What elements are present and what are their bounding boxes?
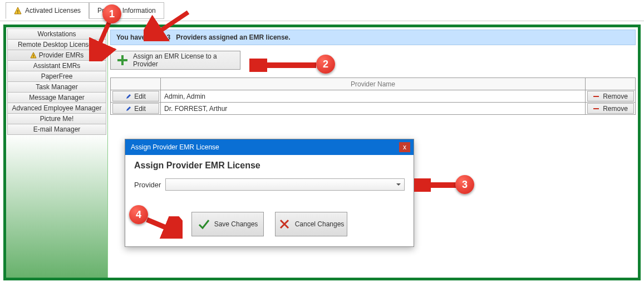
svg-rect-6 bbox=[593, 96, 599, 97]
sidebar-item-paperfree[interactable]: PaperFree bbox=[7, 71, 106, 82]
table-row: Edit Admin, Admin Remove bbox=[111, 90, 636, 103]
sidebar-item-task-manager[interactable]: Task Manager bbox=[7, 81, 106, 93]
sidebar-item-message-manager[interactable]: Message Manager bbox=[7, 92, 106, 103]
close-icon: x bbox=[403, 143, 406, 151]
banner-suffix: Providers assigned an EMR license. bbox=[176, 33, 290, 41]
col-remove bbox=[586, 78, 636, 90]
col-provider-name: Provider Name bbox=[161, 78, 586, 90]
provider-name-cell: Admin, Admin bbox=[161, 90, 586, 103]
svg-rect-5 bbox=[117, 59, 127, 61]
tab-product-info[interactable]: Product Information bbox=[89, 2, 164, 19]
banner-count: 2 bbox=[149, 33, 153, 41]
top-tabs: ! Activated Licenses Product Information bbox=[0, 0, 644, 21]
edit-icon bbox=[125, 105, 131, 112]
edit-button[interactable]: Edit bbox=[112, 91, 159, 101]
col-edit bbox=[111, 78, 161, 90]
save-changes-button[interactable]: Save Changes bbox=[191, 212, 264, 236]
remove-button[interactable]: Remove bbox=[587, 103, 634, 114]
warning-icon: ! bbox=[30, 52, 37, 59]
provider-label: Provider bbox=[134, 181, 161, 189]
sidebar-item-email-manager[interactable]: E-mail Manager bbox=[7, 124, 106, 135]
sidebar-item-adv-emp-manager[interactable]: Advanced Employee Manager bbox=[7, 103, 106, 114]
main-content: You have 2 of 3 Providers assigned an EM… bbox=[110, 30, 636, 278]
assign-button-label: Assign an EMR License to a Provider bbox=[133, 52, 234, 68]
plus-icon bbox=[116, 54, 129, 66]
sidebar-item-remote-desktop[interactable]: Remote Desktop Licenses bbox=[7, 39, 106, 50]
edit-button[interactable]: Edit bbox=[112, 103, 159, 114]
dialog-heading: Assign Provider EMR License bbox=[134, 161, 405, 171]
dialog-titlebar[interactable]: Assign Provider EMR License x bbox=[125, 139, 414, 155]
tab-label: Product Information bbox=[97, 2, 156, 19]
content-frame: Workstations Remote Desktop Licenses ! P… bbox=[3, 25, 641, 280]
sidebar-item-assistant-emrs[interactable]: Assistant EMRs bbox=[7, 60, 106, 71]
cancel-changes-button[interactable]: Cancel Changes bbox=[275, 212, 347, 236]
provider-name-cell: Dr. FORREST, Arthur bbox=[161, 103, 586, 115]
svg-text:!: ! bbox=[33, 54, 34, 59]
table-row: Edit Dr. FORREST, Arthur Remove bbox=[111, 103, 636, 115]
provider-dropdown[interactable] bbox=[165, 178, 405, 191]
provider-table: Provider Name Edit Admin, Admin bbox=[110, 77, 636, 115]
dialog-body: Assign Provider EMR License Provider Sav… bbox=[125, 155, 414, 246]
banner-of: of bbox=[157, 33, 163, 41]
tab-activated-licenses[interactable]: ! Activated Licenses bbox=[6, 2, 89, 19]
minus-icon bbox=[593, 106, 599, 111]
check-icon bbox=[198, 218, 210, 230]
sidebar-item-workstations[interactable]: Workstations bbox=[7, 28, 106, 40]
remove-button[interactable]: Remove bbox=[587, 91, 634, 101]
banner-prefix: You have bbox=[116, 33, 145, 41]
assign-license-dialog: Assign Provider EMR License x Assign Pro… bbox=[125, 139, 414, 247]
sidebar: Workstations Remote Desktop Licenses ! P… bbox=[6, 27, 108, 278]
tab-label: Activated Licenses bbox=[25, 2, 81, 19]
warning-icon: ! bbox=[14, 7, 22, 14]
edit-icon bbox=[125, 93, 131, 100]
sidebar-item-picture-me[interactable]: Picture Me! bbox=[7, 113, 106, 124]
banner-total: 3 bbox=[167, 33, 171, 41]
svg-rect-7 bbox=[593, 108, 599, 109]
assign-license-button[interactable]: Assign an EMR License to a Provider bbox=[110, 51, 240, 70]
license-count-banner: You have 2 of 3 Providers assigned an EM… bbox=[110, 30, 636, 45]
svg-text:!: ! bbox=[17, 9, 19, 14]
dialog-title: Assign Provider EMR License bbox=[131, 143, 219, 151]
dialog-close-button[interactable]: x bbox=[399, 142, 410, 152]
sidebar-item-provider-emrs[interactable]: ! Provider EMRs bbox=[7, 50, 106, 61]
minus-icon bbox=[593, 94, 599, 99]
x-icon bbox=[278, 218, 291, 230]
